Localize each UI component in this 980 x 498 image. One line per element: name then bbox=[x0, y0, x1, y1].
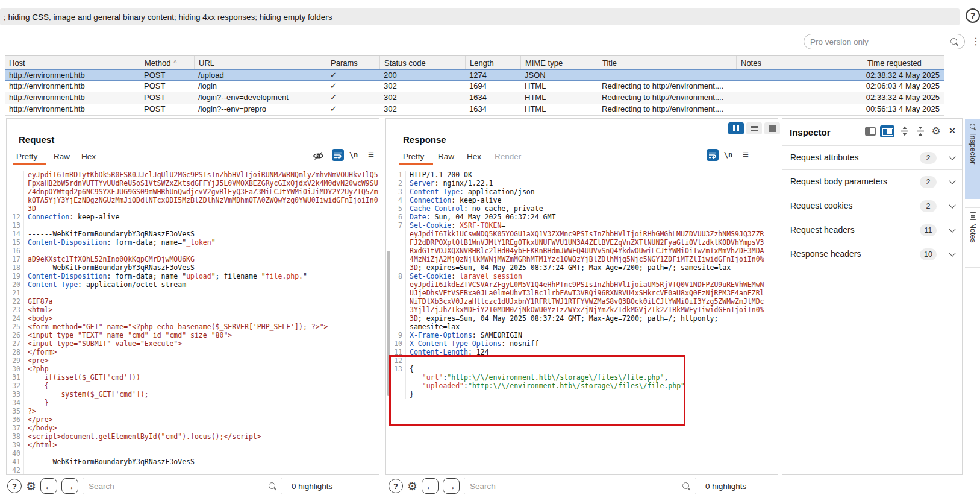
newline-icon[interactable]: \n bbox=[348, 150, 359, 160]
table-row[interactable]: http://environment.htbPOST/upload✓200127… bbox=[5, 69, 944, 81]
editor-menu-icon[interactable]: ≡ bbox=[740, 149, 751, 161]
single-layout-icon[interactable] bbox=[764, 122, 780, 134]
chevron-down-icon[interactable] bbox=[949, 201, 955, 208]
column-header-host[interactable]: Host bbox=[5, 56, 140, 69]
hidden-content-eye-icon[interactable] bbox=[311, 150, 325, 161]
cell-host: http://environment.htb bbox=[5, 92, 140, 104]
tab-render-response[interactable]: Render bbox=[495, 152, 521, 161]
filter-status-bar[interactable]: ; hiding CSS, image and general binary c… bbox=[0, 8, 960, 25]
scrollbar-thumb[interactable] bbox=[387, 251, 390, 396]
code-line: 26<input type="TEXT" name="cmd" id="cmd"… bbox=[7, 331, 378, 339]
table-row[interactable]: http://environment.htbPOST/login?--env=p… bbox=[5, 104, 944, 115]
expand-all-icon[interactable] bbox=[900, 126, 910, 136]
cell-status: 302 bbox=[379, 104, 465, 115]
chevron-down-icon[interactable] bbox=[949, 177, 955, 184]
cell-mime: HTML bbox=[520, 104, 598, 115]
search-settings-gear-icon[interactable]: ⚙ bbox=[26, 479, 36, 493]
dock-right-icon[interactable] bbox=[880, 125, 894, 137]
search-settings-gear-icon[interactable]: ⚙ bbox=[407, 479, 417, 493]
chevron-down-icon[interactable] bbox=[949, 250, 955, 256]
code-line: 32 { bbox=[7, 382, 378, 390]
collapse-all-icon[interactable] bbox=[916, 126, 925, 136]
code-line: FpxaHB2bW5rdnVUTTYvUUdReU5oS1VtSWZxZktsd… bbox=[7, 179, 378, 188]
column-header-params[interactable]: Params bbox=[326, 56, 379, 69]
code-line: RxdG1tVDJXQXNVRHRlc2lHd04ybEFKRnBHdmJWWF… bbox=[387, 247, 777, 255]
cell-title: Redirecting to http://environment.... bbox=[598, 104, 736, 115]
wrap-lines-icon[interactable] bbox=[332, 149, 344, 161]
column-header-title[interactable]: Title bbox=[598, 56, 736, 69]
cell-time: 02:38:32 4 May 2025 bbox=[863, 70, 944, 81]
pro-search-input[interactable] bbox=[810, 37, 950, 46]
code-line: 19Content-Disposition: form-data; name="… bbox=[7, 272, 378, 280]
chevron-down-icon[interactable] bbox=[949, 225, 955, 232]
cell-notes bbox=[736, 92, 863, 104]
cell-params: ✓ bbox=[326, 92, 379, 104]
table-row[interactable]: http://environment.htbPOST/login?--env=d… bbox=[5, 92, 944, 104]
code-line: NiTDlXb3cxV0JzaHllczc1dUJxbnY1RFRtTWJ1RT… bbox=[387, 297, 777, 306]
code-line: 22GIF87a bbox=[7, 297, 378, 306]
search-help-icon[interactable]: ? bbox=[389, 479, 403, 493]
next-match-button[interactable]: → bbox=[61, 478, 78, 494]
column-header-length[interactable]: Length bbox=[465, 56, 520, 69]
kebab-menu-icon[interactable]: ⋮ bbox=[971, 34, 980, 49]
side-tab-inspector[interactable]: Inspector bbox=[965, 119, 980, 199]
chevron-down-icon[interactable] bbox=[949, 153, 955, 160]
search-help-icon[interactable]: ? bbox=[7, 479, 22, 493]
cell-title: Redirecting to http://environment.... bbox=[598, 81, 736, 92]
columns-layout-icon[interactable] bbox=[728, 122, 744, 134]
code-line: FJ2dDRPOXplQlB1WnVJMlY1REgOTkxUNUFWVU1UN… bbox=[387, 238, 777, 247]
search-input[interactable] bbox=[470, 482, 682, 491]
wrap-lines-icon[interactable] bbox=[707, 149, 719, 161]
code-line: 21 bbox=[7, 289, 378, 297]
response-editor[interactable]: 1HTTP/1.1 200 OK2Server: nginx/1.22.13Co… bbox=[387, 167, 777, 474]
search-field[interactable] bbox=[464, 478, 696, 494]
table-row[interactable]: http://environment.htbPOST/login✓3021694… bbox=[5, 81, 944, 92]
code-line: 31 if(isset($_GET['cmd'])) bbox=[7, 373, 378, 382]
tab-raw-response[interactable]: Raw bbox=[438, 152, 454, 161]
code-line: 40 bbox=[7, 449, 378, 458]
column-header-notes[interactable]: Notes bbox=[736, 56, 863, 69]
tab-raw-request[interactable]: Raw bbox=[54, 152, 70, 161]
dock-left-icon[interactable] bbox=[865, 127, 876, 136]
search-input[interactable] bbox=[89, 482, 269, 491]
tab-pretty-request[interactable]: Pretty bbox=[16, 152, 37, 161]
column-header-status-code[interactable]: Status code bbox=[379, 56, 465, 69]
editor-menu-icon[interactable]: ≡ bbox=[366, 149, 376, 161]
code-line: UJjeDhsVEtVSFBxa0JLa0lmeUhvT3lBc1lrbFAwT… bbox=[387, 289, 777, 297]
inspector-section-request-cookies[interactable]: Request cookies2 bbox=[782, 194, 962, 218]
code-line: 24<body> bbox=[7, 314, 378, 323]
tab-hex-request[interactable]: Hex bbox=[81, 152, 96, 161]
active-tab-underline bbox=[399, 163, 433, 165]
inspector-section-request-body-parameters[interactable]: Request body parameters2 bbox=[782, 170, 962, 194]
tab-pretty-response[interactable]: Pretty bbox=[403, 152, 424, 161]
inspector-section-response-headers[interactable]: Response headers10 bbox=[782, 242, 962, 266]
section-label: Request attributes bbox=[790, 153, 859, 162]
search-field[interactable] bbox=[83, 478, 282, 494]
column-header-url[interactable]: URL bbox=[194, 56, 326, 69]
cell-mime: HTML bbox=[520, 81, 598, 92]
column-header-mime-type[interactable]: MIME type bbox=[520, 56, 598, 69]
help-icon[interactable]: ? bbox=[966, 8, 980, 23]
request-editor[interactable]: eyJpdiI6ImRDTytKbDk5R0FSK0JJclJqUlU2MGc9… bbox=[7, 167, 378, 474]
code-line: 41------WebKitFormBoundarybY3qRNaszF3oVe… bbox=[7, 458, 378, 466]
inspector-icon bbox=[970, 124, 976, 130]
code-line: 39</html> bbox=[7, 441, 378, 449]
code-line: samesite=lax bbox=[387, 323, 777, 331]
inspector-section-request-headers[interactable]: Request headers11 bbox=[782, 218, 962, 242]
pro-search-box[interactable] bbox=[804, 34, 965, 49]
previous-match-button[interactable]: ← bbox=[40, 478, 57, 494]
previous-match-button[interactable]: ← bbox=[422, 478, 439, 494]
side-tab-notes[interactable]: Notes bbox=[965, 207, 980, 268]
cell-time: 00:56:13 4 May 2025 bbox=[863, 104, 944, 115]
next-match-button[interactable]: → bbox=[443, 478, 460, 494]
response-panel: Response Pretty Raw Hex Render \n ≡ 1HTT… bbox=[385, 118, 778, 475]
gear-icon[interactable]: ⚙ bbox=[930, 125, 942, 137]
newline-icon[interactable]: \n bbox=[723, 150, 734, 160]
tab-hex-response[interactable]: Hex bbox=[467, 152, 481, 161]
close-icon[interactable]: ✕ bbox=[947, 125, 958, 136]
code-line: 13{ bbox=[387, 365, 777, 373]
column-header-time-requested[interactable]: Time requested bbox=[863, 56, 944, 69]
inspector-section-request-attributes[interactable]: Request attributes2 bbox=[782, 146, 962, 170]
rows-layout-icon[interactable] bbox=[746, 122, 762, 134]
column-header-method[interactable]: Method^ bbox=[140, 56, 194, 69]
